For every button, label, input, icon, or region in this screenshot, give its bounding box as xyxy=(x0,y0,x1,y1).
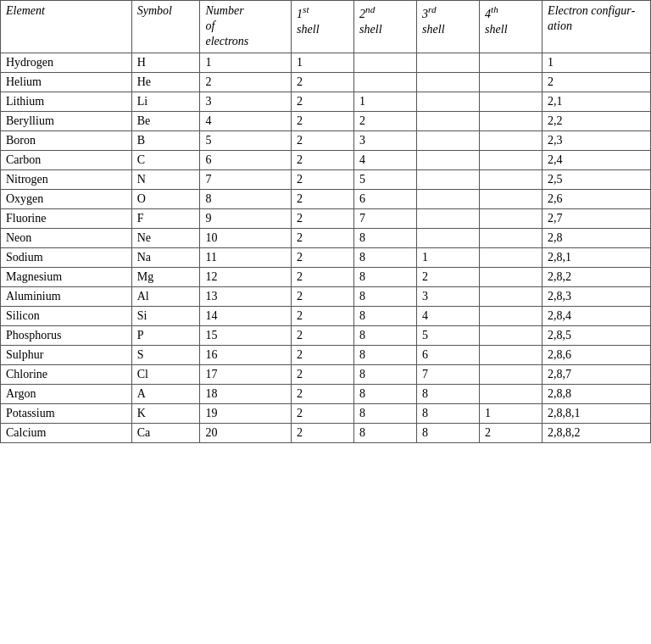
cell-element: Calcium xyxy=(1,423,132,442)
cell-shell1: 2 xyxy=(292,228,354,247)
cell-shell2: 6 xyxy=(354,189,417,208)
cell-shell3 xyxy=(417,169,480,189)
cell-config: 2,8,7 xyxy=(542,364,651,384)
cell-electrons: 18 xyxy=(200,384,292,403)
cell-shell1: 2 xyxy=(292,247,354,267)
cell-element: Chlorine xyxy=(1,364,132,384)
cell-electrons: 3 xyxy=(200,92,292,111)
cell-symbol: S xyxy=(131,345,200,364)
cell-shell4 xyxy=(480,247,542,267)
cell-shell3: 1 xyxy=(417,247,480,267)
cell-element: Lithium xyxy=(1,92,132,111)
cell-symbol: Li xyxy=(131,92,200,111)
cell-shell4 xyxy=(480,286,542,306)
cell-config: 2,8,2 xyxy=(542,267,651,286)
table-row: OxygenO8262,6 xyxy=(1,189,651,208)
cell-shell3: 2 xyxy=(417,267,480,286)
table-header-row: Element Symbol Numberofelectrons 1stshel… xyxy=(1,1,651,53)
cell-element: Aluminium xyxy=(1,286,132,306)
cell-electrons: 8 xyxy=(200,189,292,208)
cell-config: 2,8,4 xyxy=(542,306,651,325)
cell-shell3 xyxy=(417,92,480,111)
cell-symbol: Ca xyxy=(131,423,200,442)
table-row: CalciumCa2028822,8,8,2 xyxy=(1,423,651,442)
cell-symbol: F xyxy=(131,208,200,228)
cell-shell4 xyxy=(480,111,542,130)
cell-config: 2,8,8 xyxy=(542,384,651,403)
cell-symbol: Be xyxy=(131,111,200,130)
header-config: Electron configur­ation xyxy=(542,1,651,53)
cell-shell2: 8 xyxy=(354,403,417,423)
cell-shell1: 2 xyxy=(292,345,354,364)
cell-shell2: 8 xyxy=(354,306,417,325)
cell-config: 2,5 xyxy=(542,169,651,189)
cell-shell4: 1 xyxy=(480,403,542,423)
cell-shell1: 2 xyxy=(292,208,354,228)
cell-electrons: 6 xyxy=(200,150,292,169)
cell-shell3 xyxy=(417,72,480,92)
cell-shell1: 2 xyxy=(292,306,354,325)
cell-shell4 xyxy=(480,267,542,286)
cell-shell3 xyxy=(417,228,480,247)
cell-shell4 xyxy=(480,53,542,72)
cell-shell4 xyxy=(480,150,542,169)
cell-shell4 xyxy=(480,228,542,247)
cell-config: 1 xyxy=(542,53,651,72)
cell-shell1: 2 xyxy=(292,325,354,345)
table-row: PotassiumK1928812,8,8,1 xyxy=(1,403,651,423)
header-symbol: Symbol xyxy=(131,1,200,53)
cell-shell2: 8 xyxy=(354,423,417,442)
cell-symbol: O xyxy=(131,189,200,208)
cell-element: Magnesium xyxy=(1,267,132,286)
cell-shell3 xyxy=(417,150,480,169)
header-shell4: 4thshell xyxy=(480,1,542,53)
cell-config: 2,7 xyxy=(542,208,651,228)
cell-shell2: 3 xyxy=(354,130,417,150)
cell-shell3: 7 xyxy=(417,364,480,384)
cell-shell4 xyxy=(480,384,542,403)
cell-shell4 xyxy=(480,345,542,364)
cell-shell3: 6 xyxy=(417,345,480,364)
table-body: HydrogenH111HeliumHe222LithiumLi3212,1Be… xyxy=(1,53,651,442)
cell-shell2: 8 xyxy=(354,228,417,247)
cell-shell1: 2 xyxy=(292,111,354,130)
cell-electrons: 12 xyxy=(200,267,292,286)
cell-element: Helium xyxy=(1,72,132,92)
cell-config: 2,8,8,1 xyxy=(542,403,651,423)
cell-shell2: 1 xyxy=(354,92,417,111)
table-row: SodiumNa112812,8,1 xyxy=(1,247,651,267)
table-row: NitrogenN7252,5 xyxy=(1,169,651,189)
elements-table: Element Symbol Numberofelectrons 1stshel… xyxy=(0,0,651,443)
cell-shell3: 8 xyxy=(417,384,480,403)
header-shell2: 2ndshell xyxy=(354,1,417,53)
cell-symbol: K xyxy=(131,403,200,423)
header-electrons: Numberofelectrons xyxy=(200,1,292,53)
cell-shell1: 2 xyxy=(292,403,354,423)
cell-shell1: 2 xyxy=(292,384,354,403)
cell-shell4 xyxy=(480,325,542,345)
table-row: ChlorineCl172872,8,7 xyxy=(1,364,651,384)
cell-electrons: 10 xyxy=(200,228,292,247)
cell-element: Potassium xyxy=(1,403,132,423)
header-shell3: 3rdshell xyxy=(417,1,480,53)
cell-symbol: H xyxy=(131,53,200,72)
table-row: BerylliumBe4222,2 xyxy=(1,111,651,130)
cell-shell2: 2 xyxy=(354,111,417,130)
cell-shell1: 2 xyxy=(292,92,354,111)
cell-shell2: 8 xyxy=(354,345,417,364)
cell-shell4 xyxy=(480,130,542,150)
cell-symbol: P xyxy=(131,325,200,345)
cell-shell2: 8 xyxy=(354,286,417,306)
cell-symbol: Al xyxy=(131,286,200,306)
cell-shell2: 8 xyxy=(354,247,417,267)
cell-shell2: 4 xyxy=(354,150,417,169)
cell-symbol: Ne xyxy=(131,228,200,247)
cell-symbol: Cl xyxy=(131,364,200,384)
cell-shell1: 2 xyxy=(292,423,354,442)
cell-symbol: He xyxy=(131,72,200,92)
cell-symbol: Mg xyxy=(131,267,200,286)
table-row: SulphurS162862,8,6 xyxy=(1,345,651,364)
cell-shell3 xyxy=(417,208,480,228)
cell-config: 2,8,6 xyxy=(542,345,651,364)
cell-shell1: 2 xyxy=(292,189,354,208)
